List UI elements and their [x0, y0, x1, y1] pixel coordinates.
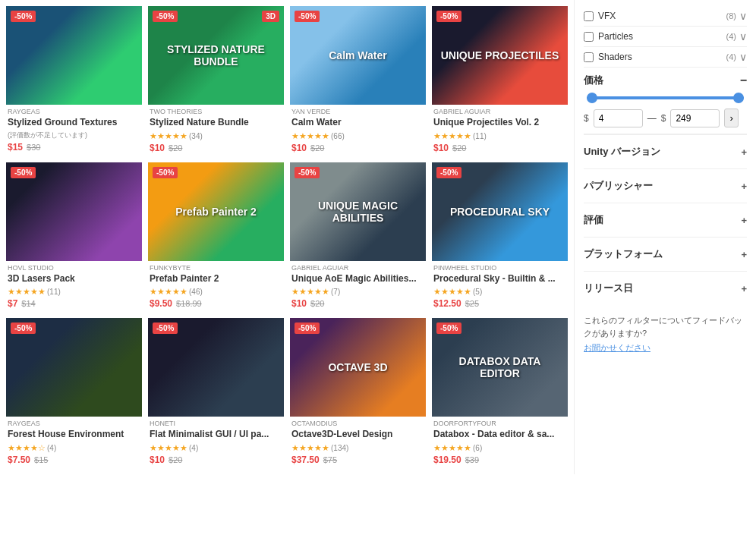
card-img-text-12: DATABOX DATA EDITOR	[432, 349, 568, 385]
vfx-label: VFX	[598, 11, 726, 21]
card-stars-6: ★★★★★	[150, 287, 187, 296]
card-stars-3: ★★★★★	[291, 131, 329, 140]
release-date-expand-icon[interactable]: +	[741, 283, 747, 294]
card-star-count-12: (6)	[473, 444, 482, 452]
card-price-row-12: $19.50$39	[433, 455, 566, 465]
card-star-count-8: (5)	[473, 288, 482, 296]
card-11[interactable]: -50%OCTAVE 3DOCTAMODIUSOctave3D-Level De…	[290, 318, 426, 468]
particles-label: Particles	[598, 31, 726, 42]
card-rating-2: ★★★★★(34)	[150, 131, 282, 141]
particles-checkbox[interactable]	[584, 32, 594, 42]
feedback-link[interactable]: お聞かせください	[584, 343, 650, 352]
card-12[interactable]: -50%DATABOX DATA EDITORDOORFORTYFOURData…	[432, 318, 568, 468]
card-price-row-11: $37.50$75	[291, 455, 424, 465]
card-image-10: -50%	[148, 318, 284, 417]
card-info-10: HONETIFlat Minimalist GUI / UI pa...★★★★…	[148, 417, 284, 468]
sidebar-item-vfx[interactable]: VFX (8) ∨	[584, 6, 747, 27]
sidebar-item-shaders[interactable]: Shaders (4) ∨	[584, 47, 747, 68]
card-publisher-7: GABRIEL AGUIAR	[291, 264, 424, 272]
card-price-row-3: $10$20	[291, 143, 424, 153]
platform-header[interactable]: プラットフォーム +	[584, 244, 747, 265]
card-rating-10: ★★★★★(4)	[150, 442, 282, 453]
card-info-6: FUNKYBYTEPrefab Painter 2★★★★★(46)$9.50$…	[148, 261, 284, 313]
card-price-row-6: $9.50$18.99	[150, 298, 282, 309]
card-7[interactable]: -50%UNIQUE MAGIC ABILITIESGABRIEL AGUIAR…	[290, 162, 426, 313]
price-min-input[interactable]	[594, 109, 643, 127]
unity-version-header[interactable]: Unity バージョン +	[584, 141, 747, 162]
platform-label: プラットフォーム	[584, 247, 663, 261]
rating-header[interactable]: 評価 +	[584, 209, 747, 231]
card-sale-badge-11: -50%	[295, 322, 320, 334]
release-date-header[interactable]: リリース日 +	[584, 278, 747, 299]
card-8[interactable]: -50%PROCEDURAL SKYPINWHEEL STUDIOProcedu…	[432, 162, 568, 313]
card-rating-8: ★★★★★(5)	[433, 286, 566, 297]
card-1[interactable]: -50%RAYGEASStylized Ground Textures(評価数が…	[6, 6, 142, 156]
card-price-new-9: $7.50	[8, 455, 30, 465]
card-3[interactable]: -50%Calm WaterYAN VERDECalm Water★★★★★(6…	[290, 6, 426, 156]
card-rating-7: ★★★★★(7)	[291, 286, 424, 297]
card-price-new-3: $10	[291, 143, 307, 153]
rating-label: 評価	[584, 213, 603, 227]
card-img-text-7: UNIQUE MAGIC ABILITIES	[290, 193, 426, 230]
card-publisher-8: PINWHEEL STUDIO	[433, 264, 566, 272]
publisher-expand-icon[interactable]: +	[741, 181, 747, 192]
card-6[interactable]: -50%Prefab Painter 2FUNKYBYTEPrefab Pain…	[148, 162, 284, 313]
card-info-1: RAYGEASStylized Ground Textures(評価数が不足して…	[6, 105, 142, 156]
card-title-4: Unique Projectiles Vol. 2	[433, 117, 566, 129]
card-price-row-2: $10$20	[150, 143, 282, 153]
card-stars-4: ★★★★★	[433, 131, 471, 140]
card-9[interactable]: -50%RAYGEASForest House Environment★★★★☆…	[6, 318, 142, 468]
price-collapse-icon[interactable]: −	[740, 74, 747, 87]
publisher-header[interactable]: パブリッシャー +	[584, 175, 747, 197]
price-max-input[interactable]	[670, 109, 720, 127]
publisher-label: パブリッシャー	[584, 179, 653, 193]
card-sale-badge-2: -50%	[153, 11, 178, 22]
vfx-checkbox[interactable]	[584, 11, 594, 21]
vfx-expand-icon[interactable]: ∨	[739, 10, 747, 22]
card-5[interactable]: -50%HOVL STUDIO3D Lasers Pack★★★★★(11)$7…	[6, 162, 142, 313]
card-star-count-3: (66)	[331, 132, 345, 140]
card-rating-9: ★★★★☆(4)	[8, 442, 140, 453]
price-range-section: 価格 − $ — $ ›	[584, 68, 747, 134]
card-image-8: -50%PROCEDURAL SKY	[432, 162, 568, 261]
card-stars-9: ★★★★☆	[8, 443, 46, 452]
card-10[interactable]: -50%HONETIFlat Minimalist GUI / UI pa...…	[148, 318, 284, 468]
card-price-new-12: $19.50	[433, 455, 461, 465]
card-2[interactable]: -50%3DSTYLIZED NATURE BUNDLETWO THEORIES…	[148, 6, 284, 156]
shaders-checkbox[interactable]	[584, 52, 594, 62]
rating-section: 評価 +	[584, 203, 747, 237]
card-4[interactable]: -50%UNIQUE PROJECTILESGABRIEL AGUIARUniq…	[432, 6, 568, 156]
card-star-count-4: (11)	[473, 132, 487, 140]
card-star-count-10: (4)	[189, 444, 198, 452]
sidebar-item-particles[interactable]: Particles (4) ∨	[584, 27, 747, 47]
card-price-row-8: $12.50$25	[433, 298, 566, 309]
card-price-new-7: $10	[291, 298, 307, 309]
particles-count: (4)	[726, 32, 736, 41]
price-slider-thumb-right[interactable]	[733, 93, 744, 103]
platform-expand-icon[interactable]: +	[741, 249, 747, 260]
price-slider-track[interactable]	[587, 96, 744, 99]
product-grid: -50%RAYGEASStylized Ground Textures(評価数が…	[6, 6, 568, 468]
card-sale-badge-8: -50%	[436, 167, 461, 178]
card-publisher-4: GABRIEL AGUIAR	[433, 108, 566, 115]
card-price-new-11: $37.50	[291, 455, 320, 465]
price-apply-button[interactable]: ›	[724, 109, 738, 127]
card-image-4: -50%UNIQUE PROJECTILES	[432, 6, 568, 105]
card-publisher-6: FUNKYBYTE	[150, 264, 282, 272]
card-title-8: Procedural Sky - Builtin & ...	[433, 273, 566, 285]
price-slider-thumb-left[interactable]	[587, 93, 597, 103]
unity-version-expand-icon[interactable]: +	[741, 146, 747, 158]
shaders-expand-icon[interactable]: ∨	[739, 51, 747, 63]
unity-version-label: Unity バージョン	[584, 145, 660, 159]
card-price-row-7: $10$20	[291, 298, 424, 309]
vfx-count: (8)	[726, 11, 736, 20]
particles-expand-icon[interactable]: ∨	[739, 30, 747, 42]
shaders-label: Shaders	[598, 52, 726, 62]
rating-expand-icon[interactable]: +	[741, 215, 747, 226]
card-star-count-6: (46)	[189, 288, 203, 296]
shaders-count: (4)	[726, 52, 736, 61]
card-image-1: -50%	[6, 6, 142, 105]
card-price-old-5: $14	[21, 299, 35, 308]
card-info-5: HOVL STUDIO3D Lasers Pack★★★★★(11)$7$14	[6, 261, 142, 313]
card-publisher-2: TWO THEORIES	[150, 108, 282, 115]
